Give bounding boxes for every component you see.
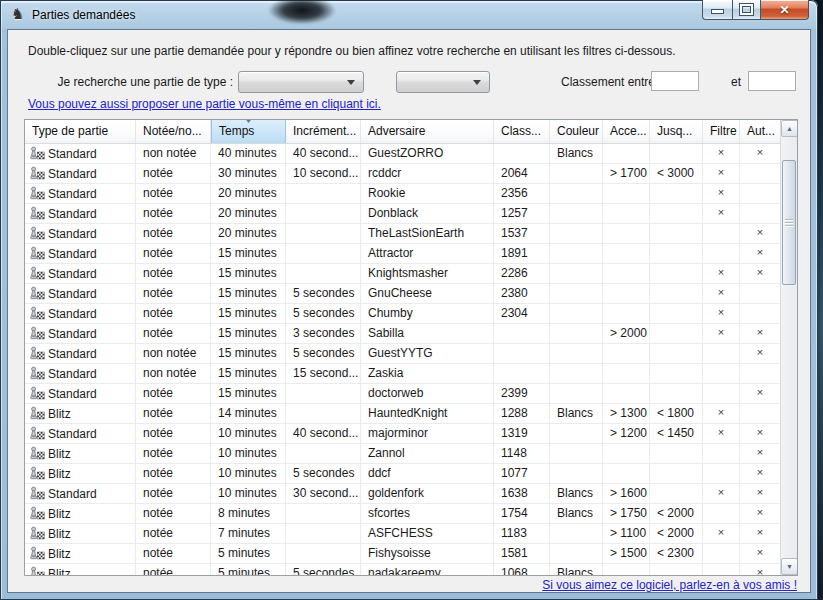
cell-accept (603, 284, 650, 303)
cell-increment (286, 504, 361, 523)
cell-rated: notée (136, 424, 211, 443)
cell-opponent: Donblack (361, 204, 494, 223)
table-row[interactable]: Standardnotée10 minutes30 second...golde… (25, 484, 797, 504)
cell-accept: > 1700 (603, 164, 650, 183)
column-header-rating[interactable]: Class... (494, 120, 550, 143)
table-row[interactable]: Blitznotée14 minutesHauntedKnight1288Bla… (25, 404, 797, 424)
game-type-text: Standard (48, 487, 97, 501)
table-row[interactable]: Blitznotée10 minutes5 secondesddcf1077× (25, 464, 797, 484)
table-row[interactable]: Blitznotée7 minutesASFCHESS1183> 1100< 2… (25, 524, 797, 544)
table-row[interactable]: Standardnotée10 minutes40 second...major… (25, 424, 797, 444)
table-row[interactable]: Standardnotée15 minutes5 secondesGnuChee… (25, 284, 797, 304)
table-row[interactable]: Standardnotée15 minutes3 secondesSabilla… (25, 324, 797, 344)
cell-type: Standard (25, 224, 136, 243)
rating-min-input[interactable] (651, 71, 699, 91)
cell-type: Standard (25, 384, 136, 403)
title-bar[interactable]: ♞ Parties demandées ✕ (0, 0, 818, 30)
table-row[interactable]: Blitznotée10 minutesZannol1148× (25, 444, 797, 464)
cell-time: 7 minutes (211, 524, 286, 543)
column-header-until[interactable]: Jusq... (650, 120, 703, 143)
cell-filter (703, 444, 740, 463)
column-header-increment[interactable]: Incrément... (286, 120, 361, 143)
column-header-auto[interactable]: Aut... (740, 120, 781, 143)
cell-rated: notée (136, 504, 211, 523)
scroll-up-button[interactable]: ▲ (781, 120, 798, 137)
column-header-label: Filtre (710, 124, 737, 138)
scrollbar-thumb[interactable] (782, 160, 796, 285)
column-header-opponent[interactable]: Adversaire (361, 120, 494, 143)
cell-auto: × (740, 324, 781, 343)
cell-rated: non notée (136, 344, 211, 363)
minimize-button[interactable] (702, 0, 732, 20)
share-software-link[interactable]: Si vous aimez ce logiciel, parlez-en à v… (24, 578, 797, 592)
chess-pawn-icon (29, 566, 45, 576)
cell-rated: notée (136, 444, 211, 463)
scroll-down-button[interactable]: ▼ (781, 558, 798, 575)
cell-type: Standard (25, 424, 136, 443)
cell-opponent: nadakareemy (361, 564, 494, 576)
table-row[interactable]: Standardnotée20 minutesTheLastSionEarth1… (25, 224, 797, 244)
cell-auto: × (740, 264, 781, 283)
cell-increment (286, 184, 361, 203)
table-row[interactable]: Standardnotée20 minutesRookie2356× (25, 184, 797, 204)
game-type-text: Blitz (48, 407, 71, 421)
maximize-icon (740, 4, 753, 15)
maximize-button[interactable] (732, 0, 761, 20)
game-type-combobox[interactable] (238, 71, 364, 93)
cell-increment (286, 224, 361, 243)
cell-type: Standard (25, 144, 136, 163)
column-header-accept[interactable]: Acce... (603, 120, 650, 143)
cell-rated: notée (136, 304, 211, 323)
column-header-type[interactable]: Type de partie (25, 120, 136, 143)
table-row[interactable]: Standardnotée20 minutesDonblack1257× (25, 204, 797, 224)
cell-increment (286, 444, 361, 463)
table-row[interactable]: Standardnotée15 minutesKnightsmasher2286… (25, 264, 797, 284)
column-header-color[interactable]: Couleur (550, 120, 603, 143)
chess-pawn-icon (29, 186, 45, 201)
table-row[interactable]: Standardnotée15 minutes5 secondesChumby2… (25, 304, 797, 324)
column-header-rated[interactable]: Notée/no... (136, 120, 211, 143)
cell-auto: × (740, 144, 781, 163)
table-row[interactable]: Blitznotée8 minutessfcortes1754Blancs> 1… (25, 504, 797, 524)
cell-time: 20 minutes (211, 204, 286, 223)
column-header-time[interactable]: ▼Temps (211, 120, 286, 143)
cell-until (650, 444, 703, 463)
cell-rated: notée (136, 244, 211, 263)
cell-until (650, 364, 703, 383)
cell-until: < 3000 (650, 164, 703, 183)
rating-max-input[interactable] (748, 71, 796, 91)
cell-increment (286, 204, 361, 223)
cell-rating (494, 344, 550, 363)
cell-until (650, 204, 703, 223)
table-row[interactable]: Standardnon notée15 minutes15 second...Z… (25, 364, 797, 384)
chevron-down-icon (347, 80, 355, 85)
cell-type: Blitz (25, 504, 136, 523)
cell-increment: 5 secondes (286, 344, 361, 363)
cell-type: Standard (25, 244, 136, 263)
cell-rated: notée (136, 324, 211, 343)
table-row[interactable]: Blitznotée5 minutes5 secondesnadakareemy… (25, 564, 797, 576)
table-row[interactable]: Standardnotée15 minutesAttractor1891× (25, 244, 797, 264)
cell-filter (703, 384, 740, 403)
cell-accept (603, 264, 650, 283)
table-row[interactable]: Standardnon notée15 minutes5 secondesGue… (25, 344, 797, 364)
game-type-text: Standard (48, 427, 97, 441)
propose-game-link[interactable]: Vous pouvez aussi proposer une partie vo… (28, 97, 381, 111)
game-time-combobox[interactable] (396, 71, 490, 93)
cell-opponent: goldenfork (361, 484, 494, 503)
cell-opponent: doctorweb (361, 384, 494, 403)
cell-time: 5 minutes (211, 564, 286, 576)
cell-rating: 1319 (494, 424, 550, 443)
column-header-filter[interactable]: Filtre (703, 120, 740, 143)
table-row[interactable]: Blitznotée5 minutesFishysoisse1581> 1500… (25, 544, 797, 564)
table-row[interactable]: Standardnon notée40 minutes40 second...G… (25, 144, 797, 164)
cell-increment: 5 secondes (286, 304, 361, 323)
table-row[interactable]: Standardnotée15 minutesdoctorweb2399× (25, 384, 797, 404)
cell-opponent: ASFCHESS (361, 524, 494, 543)
table-row[interactable]: Standardnotée30 minutes10 second...rcddc… (25, 164, 797, 184)
close-button[interactable]: ✕ (761, 0, 809, 20)
games-table: Type de partieNotée/no...▼TempsIncrément… (24, 119, 798, 576)
game-type-text: Standard (48, 247, 97, 261)
vertical-scrollbar[interactable]: ▲ ▼ (780, 120, 797, 575)
cell-rating: 1068 (494, 564, 550, 576)
